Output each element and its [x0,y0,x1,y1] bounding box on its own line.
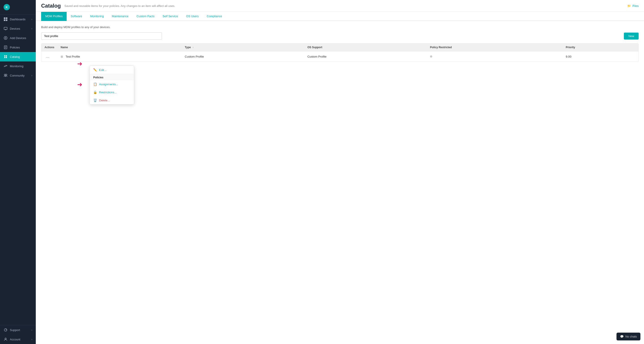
chat-bar[interactable]: 💬 No chats [616,333,640,341]
sidebar-item-policies[interactable]: Policies [0,43,36,52]
sidebar-item-label: Add Devices [10,36,26,40]
tab-monitoring[interactable]: Monitoring [86,12,108,21]
row-os-support-cell: Custom Profile [304,51,427,62]
chevron-icon: › [32,74,32,77]
dashboards-icon [4,17,8,21]
sidebar-item-label: Policies [10,46,20,49]
devices-icon [4,26,8,31]
sidebar-item-catalog[interactable]: Catalog [0,52,36,61]
svg-rect-0 [4,17,5,19]
tab-software[interactable]: Software [67,12,86,21]
sidebar-item-dashboards[interactable]: Dashboards › [0,14,36,24]
tab-custom-facts[interactable]: Custom Facts [132,12,158,21]
page-header: Catalog Saved and reusable items for you… [36,0,644,12]
page-subtitle: Saved and reusable items for your polici… [64,4,175,7]
tab-bar: MDM Profiles Software Monitoring Mainten… [36,12,644,21]
sidebar-item-label: Account [10,338,20,341]
tab-mdm-profiles[interactable]: MDM Profiles [41,12,67,21]
actions-button[interactable]: ... [44,54,51,59]
sidebar-item-account[interactable]: Account › [0,335,36,344]
main-content: Catalog Saved and reusable items for you… [36,0,644,344]
svg-point-14 [6,74,7,75]
account-icon [4,337,8,341]
sidebar-item-devices[interactable]: Devices › [0,24,36,33]
chevron-icon: › [32,18,32,20]
table-row: ... ⊞ Test Profile Custom Profile Custom… [41,51,638,62]
content-area: Build and deploy MDM profiles to any of … [36,21,644,344]
context-menu-restrictions[interactable]: 🔒 Restrictions... [90,88,134,96]
row-name-cell: ⊞ Test Profile [58,51,182,62]
no-chats-label: No chats [626,335,637,338]
sidebar: K Dashboards › Devices › Add Devices Pol… [0,0,36,344]
files-button[interactable]: 📁 Files [627,4,639,7]
tab-self-service[interactable]: Self Service [158,12,182,21]
svg-rect-2 [4,19,5,21]
svg-text:?: ? [5,329,7,331]
svg-point-17 [5,338,6,339]
svg-rect-1 [6,17,8,19]
row-type-cell: Custom Profile [182,51,304,62]
row-priority-cell: 9.00 [562,51,638,62]
sidebar-bottom: ? Support › Account › [0,325,36,344]
arrow-indicator-1: ➜ [77,60,82,67]
tab-maintenance[interactable]: Maintenance [108,12,132,21]
sidebar-item-label: Catalog [10,55,20,58]
page-title: Catalog [41,3,61,9]
support-icon: ? [4,328,8,332]
svg-rect-4 [4,27,7,29]
svg-rect-3 [6,19,8,21]
restrictions-icon: 🔒 [93,90,97,94]
row-policy-restricted-cell [427,51,562,62]
sidebar-item-monitoring[interactable]: Monitoring [0,61,36,71]
sort-icon: ↑ [192,46,194,49]
community-icon [4,73,8,77]
new-button[interactable]: New [624,33,639,39]
search-input[interactable] [41,32,162,40]
arrow-indicator-2: ➜ [77,81,82,88]
chevron-icon: › [32,338,32,341]
col-os-support: OS Support [304,43,427,51]
sidebar-logo: K [0,0,36,14]
sidebar-item-label: Community [10,74,24,77]
col-type[interactable]: Type ↑ [182,43,304,51]
assignments-icon: 📋 [93,82,97,86]
sidebar-item-add-devices[interactable]: Add Devices [0,33,36,43]
monitoring-icon [4,64,8,68]
tab-os-users[interactable]: OS Users [182,12,202,21]
col-policy-restricted: Policy Restricted [427,43,562,51]
profile-icon: ⊞ [60,55,63,58]
col-actions: Actions [41,43,58,51]
row-actions-cell: ... [41,51,58,62]
chevron-icon: › [32,27,32,30]
sidebar-item-label: Monitoring [10,64,24,68]
chat-icon: 💬 [620,335,624,338]
sidebar-item-label: Dashboards [10,18,26,21]
status-dot [430,55,432,58]
sidebar-item-support[interactable]: ? Support › [0,325,36,335]
content-description: Build and deploy MDM profiles to any of … [41,25,639,29]
catalog-icon [4,55,8,59]
policies-icon [4,45,8,49]
files-icon: 📁 [627,4,631,7]
svg-rect-5 [5,30,6,30]
context-menu: ✏️ Edit... Policies 📋 Assignments... 🔒 R… [90,66,134,104]
tab-compliance[interactable]: Compliance [202,12,226,21]
edit-icon: ✏️ [93,68,97,72]
sidebar-item-community[interactable]: Community › [0,71,36,80]
context-menu-policies-section: Policies [90,74,134,80]
logo-icon: K [4,4,10,10]
svg-point-13 [4,74,6,75]
profiles-table: Actions Name Type ↑ OS Support [41,43,639,62]
sidebar-item-label: Devices [10,27,20,30]
profile-name: Test Profile [66,55,80,58]
col-name: Name [58,43,182,51]
context-menu-edit[interactable]: ✏️ Edit... [90,66,134,74]
col-priority: Priority [562,43,638,51]
context-menu-delete[interactable]: 🗑️ Delete... [90,96,134,104]
delete-icon: 🗑️ [93,98,97,102]
context-menu-assignments[interactable]: 📋 Assignments... [90,80,134,88]
chevron-icon: › [32,329,32,331]
search-row: New [41,32,639,40]
table-header-row: Actions Name Type ↑ OS Support [41,43,638,51]
files-label: Files [632,4,639,7]
